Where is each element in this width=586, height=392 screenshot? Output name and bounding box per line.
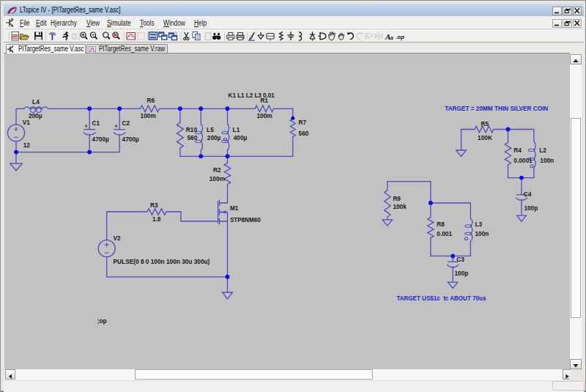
svg-text:1.8: 1.8 [152, 215, 161, 223]
svg-text:R4: R4 [513, 147, 522, 154]
svg-text:400µ: 400µ [234, 135, 248, 142]
svg-text:R9: R9 [393, 195, 401, 202]
svg-text:200µ: 200µ [29, 112, 42, 119]
svg-text:K1 L1 L2 L3 0.01: K1 L1 L2 L3 0.01 [229, 92, 275, 99]
svg-text:L2: L2 [539, 147, 546, 154]
svg-text:C3: C3 [456, 256, 464, 263]
svg-text:L1: L1 [233, 126, 240, 133]
svg-text:0.0001: 0.0001 [513, 157, 533, 164]
svg-text:E: E [365, 32, 370, 40]
svg-text:R3: R3 [150, 201, 158, 209]
svg-text:4700µ: 4700µ [122, 136, 139, 143]
svg-text:R2: R2 [213, 166, 221, 174]
svg-text:L4: L4 [32, 98, 40, 106]
svg-text:R8: R8 [437, 221, 445, 228]
svg-text:;op: ;op [97, 317, 107, 325]
svg-text:100n: 100n [540, 157, 554, 164]
svg-text:4700µ: 4700µ [92, 136, 109, 143]
svg-text:M1: M1 [230, 204, 239, 212]
svg-text:100n: 100n [475, 230, 489, 237]
svg-text:560: 560 [299, 130, 309, 137]
svg-text:V1: V1 [23, 119, 31, 126]
svg-text:100m: 100m [209, 175, 225, 182]
svg-text:L3: L3 [475, 221, 482, 228]
svg-text:R7: R7 [299, 119, 307, 127]
svg-text:200µ: 200µ [207, 135, 221, 142]
svg-text:L5: L5 [207, 126, 214, 133]
svg-text:TARGET = 20MM THIN SILVER COIN: TARGET = 20MM THIN SILVER COIN [445, 105, 548, 112]
svg-text:100p: 100p [454, 270, 468, 277]
svg-text:R5: R5 [481, 120, 489, 127]
svg-text:a: a [390, 34, 393, 41]
svg-text:0.001: 0.001 [437, 230, 452, 237]
svg-text:100k: 100k [393, 203, 407, 210]
svg-text:560: 560 [187, 134, 197, 141]
svg-text:R10: R10 [186, 126, 198, 133]
svg-text:C2: C2 [122, 120, 130, 127]
svg-text:100K: 100K [478, 134, 492, 141]
svg-text:TARGET US$1c tc ABOUT 70us: TARGET US$1c tc ABOUT 70us [396, 295, 486, 302]
svg-text:R6: R6 [146, 97, 155, 104]
svg-text:100m: 100m [141, 112, 156, 119]
svg-text:V2: V2 [114, 234, 122, 242]
svg-text:100m: 100m [256, 112, 272, 119]
svg-text:12: 12 [23, 141, 31, 149]
svg-text:C4: C4 [524, 191, 532, 198]
svg-text:C1: C1 [92, 120, 100, 127]
svg-text:.op: .op [396, 34, 405, 40]
svg-text:100p: 100p [524, 204, 538, 212]
svg-text:PULSE(0 8 0 100n 100n 30u 300u: PULSE(0 8 0 100n 100n 30u 300u) [114, 258, 210, 265]
svg-text:STP8NM60: STP8NM60 [230, 216, 261, 223]
